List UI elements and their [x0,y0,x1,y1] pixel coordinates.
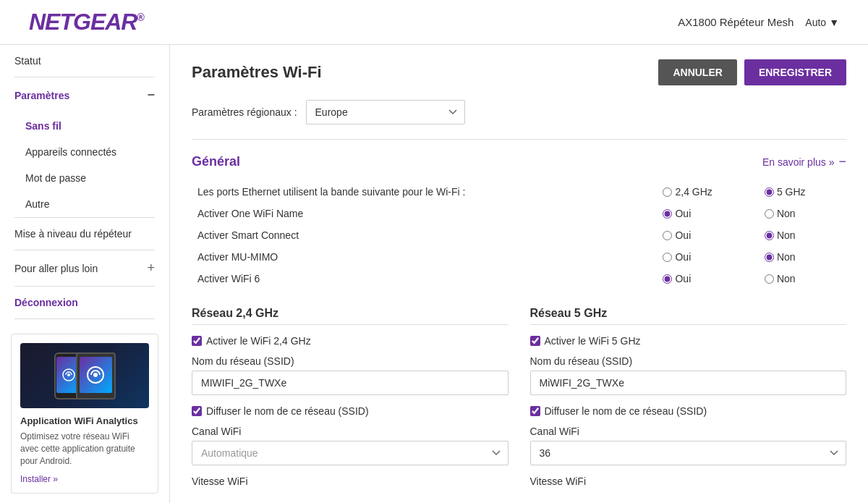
canal-2g-label: Canal WiFi [192,426,509,437]
sidebar-item-statut[interactable]: Statut [0,45,169,77]
canal-5g-select[interactable]: 36 40 44 48 [530,441,847,465]
ethernet-2g-group: 2,4 GHz [663,186,752,198]
vitesse-5g-label: Vitesse WiFi [530,475,847,487]
one-wifi-non-radio[interactable] [765,209,774,219]
general-section-header: Général En savoir plus » − [192,154,846,169]
reseau-5g-title: Réseau 5 GHz [530,307,847,325]
ssid-5g-label: Nom du réseau (SSID) [530,355,847,367]
activer-wifi-5g-checkbox[interactable] [530,336,540,346]
activer-wifi-2g-label[interactable]: Activer le WiFi 2,4 GHz [192,335,311,347]
canal-2g-select[interactable]: Automatique 1 6 11 [192,441,509,465]
ethernet-2g-label[interactable]: 2,4 GHz [663,186,712,198]
smart-connect-non-label[interactable]: Non [765,229,841,241]
header: NETGEAR® AX1800 Répéteur Mesh Auto ▼ [0,0,868,45]
wifi6-non-label[interactable]: Non [765,273,841,284]
mu-mimo-non-label[interactable]: Non [765,251,841,263]
one-wifi-oui-radio[interactable] [663,209,672,219]
svg-point-3 [93,373,98,377]
activer-wifi-2g-row: Activer le WiFi 2,4 GHz [192,335,509,347]
table-row-ethernet: Les ports Ethernet utilisent la bande su… [192,181,846,203]
sidebar-item-parametres[interactable]: Paramètres − [0,77,169,113]
regional-params-row: Paramètres régionaux : Europe Amérique d… [192,100,846,140]
smart-connect-oui-radio[interactable] [663,231,672,240]
diffuser-5g-row: Diffuser le nom de ce réseau (SSID) [530,405,847,417]
col-5g: Réseau 5 GHz Activer le WiFi 5 GHz Nom d… [530,307,847,497]
mu-mimo-non-radio[interactable] [765,253,774,262]
diffuser-2g-label[interactable]: Diffuser le nom de ce réseau (SSID) [192,405,369,417]
one-wifi-non-label[interactable]: Non [765,208,841,219]
ethernet-5g-label[interactable]: 5 GHz [765,186,806,198]
ethernet-5g-group: 5 GHz [765,186,841,198]
regional-select[interactable]: Europe Amérique du Nord Asie [306,100,465,124]
sidebar-divider-5 [14,318,155,319]
app-install-link[interactable]: Installer » [20,474,58,484]
canal-2g-field: Canal WiFi Automatique 1 6 11 [192,426,509,465]
ssid-2g-field: Nom du réseau (SSID) [192,355,509,395]
general-title: Général [192,154,240,169]
dash-icon: − [838,154,846,169]
diffuser-5g-checkbox[interactable] [530,406,540,416]
diffuser-2g-checkbox[interactable] [192,406,202,416]
auto-dropdown[interactable]: Auto ▼ [805,17,839,28]
app-promo-image [20,343,149,408]
one-wifi-label: Activer One WiFi Name [192,203,657,224]
header-right: AX1800 Répéteur Mesh Auto ▼ [678,16,839,28]
smart-connect-oui-label[interactable]: Oui [663,229,752,241]
table-row-wifi6: Activer WiFi 6 Oui Non [192,268,846,289]
mu-mimo-oui-label[interactable]: Oui [663,251,752,263]
main-content: Paramètres Wi-Fi ANNULER ENREGISTRER Par… [170,45,868,503]
sidebar: Statut Paramètres − Sans fil Appareils c… [0,45,170,503]
vitesse-2g-field: Vitesse WiFi [192,475,509,487]
mu-mimo-oui-radio[interactable] [663,253,672,262]
device-name: AX1800 Répéteur Mesh [678,16,793,28]
ssid-2g-input[interactable] [192,371,509,395]
activer-wifi-5g-label[interactable]: Activer le WiFi 5 GHz [530,335,641,347]
regional-label: Paramètres régionaux : [192,106,297,118]
layout: Statut Paramètres − Sans fil Appareils c… [0,45,868,503]
ssid-5g-input[interactable] [530,371,847,395]
sidebar-item-sans-fil[interactable]: Sans fil [0,113,169,139]
save-button[interactable]: ENREGISTRER [744,59,846,85]
ethernet-label: Les ports Ethernet utilisent la bande su… [192,181,657,203]
chevron-down-icon: ▼ [829,17,839,28]
sidebar-item-deconnexion[interactable]: Déconnexion [0,287,169,318]
reseau-2g-title: Réseau 2,4 GHz [192,307,509,325]
activer-wifi-2g-checkbox[interactable] [192,336,202,346]
ethernet-5g-radio[interactable] [765,187,774,197]
plus-icon: + [147,261,155,276]
minus-icon: − [147,88,155,103]
activer-wifi-5g-row: Activer le WiFi 5 GHz [530,335,847,347]
wifi6-oui-radio[interactable] [663,274,672,284]
app-promo-desc: Optimisez votre réseau WiFi avec cette a… [20,431,149,467]
wifi6-label: Activer WiFi 6 [192,268,657,289]
dual-columns: Réseau 2,4 GHz Activer le WiFi 2,4 GHz N… [192,307,846,497]
sidebar-item-autre[interactable]: Autre [0,191,169,217]
sidebar-item-pour-aller[interactable]: Pour aller plus loin + [0,250,169,286]
radio-table: Les ports Ethernet utilisent la bande su… [192,181,846,289]
ssid-2g-label: Nom du réseau (SSID) [192,355,509,367]
ethernet-2g-radio[interactable] [663,187,672,197]
tablet-icon [76,352,116,400]
smart-connect-label: Activer Smart Connect [192,224,657,246]
learn-more-link[interactable]: En savoir plus » − [762,154,846,169]
page-title: Paramètres Wi-Fi [192,63,322,82]
smart-connect-non-radio[interactable] [765,231,774,240]
canal-5g-field: Canal WiFi 36 40 44 48 [530,426,847,465]
vitesse-5g-field: Vitesse WiFi [530,475,847,487]
cancel-button[interactable]: ANNULER [658,59,736,85]
mu-mimo-label: Activer MU-MIMO [192,246,657,268]
table-row-smart-connect: Activer Smart Connect Oui Non [192,224,846,246]
wifi6-oui-label[interactable]: Oui [663,273,752,284]
header-buttons: ANNULER ENREGISTRER [658,59,846,85]
sidebar-item-mise-a-niveau[interactable]: Mise à niveau du répéteur [0,218,169,250]
wifi6-non-radio[interactable] [765,274,774,284]
app-promo-title: Application WiFi Analytics [20,415,149,426]
ssid-5g-field: Nom du réseau (SSID) [530,355,847,395]
diffuser-5g-label[interactable]: Diffuser le nom de ce réseau (SSID) [530,405,707,417]
canal-5g-label: Canal WiFi [530,426,847,437]
one-wifi-oui-label[interactable]: Oui [663,208,752,219]
sidebar-item-mot-de-passe[interactable]: Mot de passe [0,165,169,191]
vitesse-2g-label: Vitesse WiFi [192,475,509,487]
sidebar-item-appareils[interactable]: Appareils connectés [0,139,169,165]
col-2g: Réseau 2,4 GHz Activer le WiFi 2,4 GHz N… [192,307,509,497]
